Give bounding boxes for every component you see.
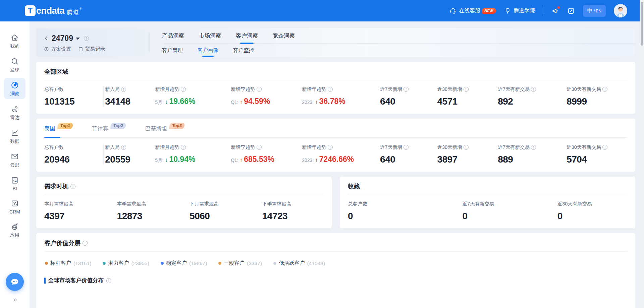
- stat-monthly-trend: 新增月趋势 5月:↓19.66%: [155, 85, 231, 107]
- info-icon[interactable]: [531, 145, 536, 150]
- info-icon[interactable]: [106, 278, 111, 283]
- legend-dot: [273, 262, 276, 265]
- radar-icon: [10, 105, 19, 113]
- demand-timing-card: 需求时机 本月需求最高 4397 本季需求最高 12873 下月需求最高 506…: [36, 177, 332, 228]
- info-icon[interactable]: [83, 241, 88, 246]
- chat-support-button[interactable]: [6, 273, 24, 291]
- stat-trade-30d: 近30天有新交易 5704: [567, 143, 627, 165]
- top-header-bar: T endata 腾道 ® 在线客服 NEW: [0, 0, 644, 21]
- sidebar-item-label: 云邮: [10, 162, 19, 168]
- plan-header-band: 24709 方案设置: [36, 28, 635, 57]
- fullscreen-button[interactable]: [567, 7, 575, 15]
- legend-stable-customers[interactable]: 稳定客户 (19867): [161, 260, 207, 267]
- stat-yearly-trend: 新增年趋势 2023:↑36.78%: [302, 85, 380, 107]
- online-service-link[interactable]: 在线客服 NEW: [449, 7, 496, 14]
- subtab-customer-management[interactable]: 客户管理: [162, 44, 183, 57]
- sidebar-collapse-button[interactable]: »: [13, 296, 16, 303]
- user-avatar[interactable]: [614, 4, 627, 17]
- tab-market-insight[interactable]: 市场洞察: [199, 28, 221, 43]
- legend-low-activity-customers[interactable]: 低活跃客户 (41048): [273, 260, 325, 267]
- country-tab-usa[interactable]: 美国 Top1: [44, 125, 72, 132]
- plan-id-dropdown[interactable]: 24709: [52, 34, 73, 43]
- info-icon[interactable]: [404, 87, 409, 92]
- announcement-button[interactable]: [551, 7, 559, 15]
- sidebar-item-bi[interactable]: BI BI: [4, 173, 25, 194]
- sidebar-item-radar[interactable]: 雷达: [4, 102, 25, 123]
- brand-reg-mark: ®: [79, 7, 82, 10]
- value-tiers-title: 客户价值分层: [44, 239, 80, 247]
- tab-competitor-insight[interactable]: 竞企洞察: [273, 28, 295, 43]
- sidebar-item-insight[interactable]: 洞察: [4, 78, 25, 99]
- customer-value-tiers-card: 客户价值分层 标杆客户 (13161) 潜力客户 (23955) 稳定客户 (1…: [36, 233, 635, 308]
- stat-demand-next-month: 下月需求最高 5060: [190, 200, 262, 222]
- all-region-card: 全部区域 总客户数 101315 新入局 34148 新增月趋势 5月:↓19.…: [36, 62, 635, 114]
- info-icon[interactable]: [181, 145, 186, 150]
- trade-records-link[interactable]: 贸易记录: [78, 46, 105, 52]
- language-toggle[interactable]: 中 / EN: [583, 5, 606, 17]
- subtab-customer-monitor[interactable]: 客户监控: [233, 44, 254, 57]
- info-icon[interactable]: [464, 145, 469, 150]
- legend-general-customers[interactable]: 一般客户 (3337): [218, 260, 262, 267]
- info-icon[interactable]: [70, 184, 75, 189]
- legend-dot: [218, 262, 221, 265]
- notification-dot: [557, 6, 560, 9]
- scrollbar-thumb[interactable]: [641, 2, 643, 46]
- mail-icon: [10, 152, 19, 161]
- tab-customer-insight[interactable]: 客户洞察: [236, 28, 258, 43]
- sidebar-item-label: 我的: [10, 43, 19, 49]
- headset-icon: [449, 7, 457, 14]
- academy-link[interactable]: 腾道学院: [504, 7, 535, 14]
- vertical-scrollbar[interactable]: [640, 0, 644, 308]
- legend-benchmark-customers[interactable]: 标杆客户 (13161): [45, 260, 91, 267]
- info-icon[interactable]: [328, 87, 333, 92]
- favorites-title: 收藏: [348, 182, 360, 190]
- sidebar-item-label: 数据: [10, 138, 19, 144]
- customer-subtabs: 客户管理 客户画像 客户监控: [162, 44, 635, 57]
- sidebar-item-crm[interactable]: CRM: [4, 196, 25, 217]
- sidebar-item-discover[interactable]: 发现: [4, 54, 25, 75]
- info-icon[interactable]: [121, 145, 126, 150]
- stat-fav-total: 总客户数 0: [348, 200, 463, 222]
- sidebar-item-label: 洞察: [10, 91, 19, 97]
- settings-icon: [44, 46, 49, 52]
- bi-document-icon: BI: [10, 176, 19, 185]
- info-icon[interactable]: [84, 36, 89, 41]
- back-icon[interactable]: [44, 36, 49, 41]
- info-icon[interactable]: [404, 145, 409, 150]
- sidebar-item-data[interactable]: 数据: [4, 125, 25, 147]
- info-icon[interactable]: [602, 145, 607, 150]
- tab-product-insight[interactable]: 产品洞察: [162, 28, 184, 43]
- legend-dot: [45, 262, 48, 265]
- stat-quarterly-trend: 新增季趋势 Q1:↑94.59%: [231, 85, 302, 107]
- info-icon[interactable]: [531, 87, 536, 92]
- sidebar-item-mine[interactable]: 我的: [4, 30, 25, 52]
- info-icon[interactable]: [181, 87, 186, 92]
- sidebar-item-apps[interactable]: 应用: [4, 219, 25, 241]
- stat-trade-7d: 近7天有新交易 889: [498, 143, 567, 165]
- top2-badge: Top2: [110, 123, 126, 129]
- info-icon[interactable]: [328, 145, 333, 150]
- sidebar-item-mail[interactable]: 云邮: [4, 149, 25, 171]
- info-icon[interactable]: [257, 87, 262, 92]
- legend-potential-customers[interactable]: 潜力客户 (23955): [103, 260, 149, 267]
- stat-new-entrants: 新入局 20559: [104, 143, 155, 165]
- tendata-logo[interactable]: T endata 腾道 ®: [25, 5, 82, 16]
- info-icon[interactable]: [464, 87, 469, 92]
- sidebar-item-label: 发现: [10, 67, 19, 73]
- favorites-card: 收藏 总客户数 0 近7天有新交易 0 近30天有新交易 0: [340, 177, 635, 228]
- chevron-down-icon[interactable]: [76, 38, 80, 40]
- subtab-customer-profile[interactable]: 客户画像: [198, 44, 218, 57]
- info-icon[interactable]: [121, 87, 126, 92]
- main-content: 24709 方案设置: [30, 21, 639, 308]
- legend-dot: [161, 262, 164, 265]
- lang-zh: 中: [587, 7, 593, 14]
- arrow-up-icon: ↑: [315, 157, 318, 164]
- plan-settings-link[interactable]: 方案设置: [44, 46, 71, 52]
- topbar-divider: [543, 7, 543, 14]
- stat-new-entrants: 新入局 34148: [104, 85, 155, 107]
- country-tab-pakistan[interactable]: 巴基斯坦 Top3: [145, 125, 184, 132]
- country-tab-philippines[interactable]: 菲律宾 Top2: [92, 125, 125, 132]
- search-icon: [10, 57, 19, 66]
- info-icon[interactable]: [602, 87, 607, 92]
- info-icon[interactable]: [257, 145, 262, 150]
